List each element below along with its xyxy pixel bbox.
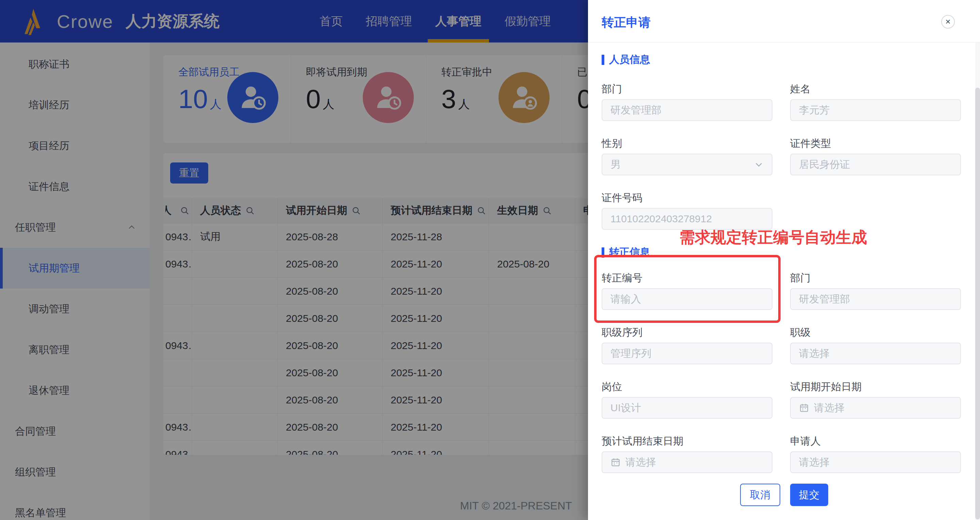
text-input: 研发管理部 xyxy=(601,99,772,121)
table-cell: 2025-11-28 xyxy=(382,223,489,250)
submit-button[interactable]: 提交 xyxy=(790,484,828,506)
sidebar-item-label: 退休管理 xyxy=(29,384,69,398)
table-cell: 2025-08-20 xyxy=(278,277,382,304)
table-cell: 2025-11-20 xyxy=(382,441,489,455)
nav-item-4[interactable]: 假勤管理 xyxy=(493,0,563,43)
table-cell: 0943… xyxy=(163,414,192,441)
nav-item-2[interactable]: 招聘管理 xyxy=(354,0,424,43)
crowe-mountain-icon xyxy=(19,7,48,36)
app-root: Crowe 人力资源系统 首页招聘管理人事管理假勤管理 职称证书培训经历项目经历… xyxy=(0,0,980,520)
text-input: 居民身份证 xyxy=(790,154,961,175)
input-value: 李元芳 xyxy=(799,103,830,117)
cancel-button[interactable]: 取消 xyxy=(740,484,780,506)
search-icon[interactable] xyxy=(180,206,190,216)
table-cell: 0943… xyxy=(163,332,192,359)
search-icon[interactable] xyxy=(245,206,255,216)
drawer-scrollbar-thumb[interactable] xyxy=(975,88,980,519)
text-input[interactable]: 请选择 xyxy=(790,342,961,364)
column-label: 预计试用结束日期 xyxy=(391,204,472,217)
field-申请人: 申请人请选择 xyxy=(790,434,961,473)
stat-cell-1[interactable]: 全部试用员工10人 xyxy=(163,55,291,143)
field-label: 姓名 xyxy=(790,82,961,96)
table-cell xyxy=(192,332,278,359)
field-label: 证件号码 xyxy=(601,191,772,205)
text-input: 研发管理部 xyxy=(790,288,961,310)
stat-cell-2[interactable]: 即将试用到期0人 xyxy=(291,55,426,143)
sidebar-item-3[interactable]: 项目经历 xyxy=(0,125,150,166)
search-icon[interactable] xyxy=(542,206,552,216)
sidebar-item-label: 黑名单管理 xyxy=(15,506,66,520)
date-input[interactable]: 请选择 xyxy=(601,451,772,473)
table-cell xyxy=(489,277,575,304)
reset-button[interactable]: 重置 xyxy=(170,162,208,184)
table-cell: 2025-08-20 xyxy=(278,414,382,441)
table-cell: 2025-08-20 xyxy=(278,387,382,413)
sidebar-item-12[interactable]: 黑名单管理 xyxy=(0,493,150,520)
table-header-cell-4: 预计试用结束日期 xyxy=(382,198,489,223)
text-input[interactable]: 请选择 xyxy=(790,451,961,473)
table-cell: 2025-08-20 xyxy=(278,332,382,359)
user-clock-icon xyxy=(227,72,278,123)
text-input: UI设计 xyxy=(601,397,772,419)
table-cell xyxy=(163,387,192,413)
section-person-info: 人员信息 xyxy=(601,53,650,67)
drawer-title: 转正申请 xyxy=(601,14,651,31)
table-cell: 2025-08-28 xyxy=(278,223,382,250)
table-cell: 2025-08-20 xyxy=(278,359,382,386)
sidebar-item-label: 培训经历 xyxy=(29,98,69,112)
column-label: 人员状态 xyxy=(200,204,241,217)
text-input: 管理序列 xyxy=(601,342,772,364)
sidebar-item-6[interactable]: 试用期管理 xyxy=(0,248,150,289)
nav-item-1[interactable]: 首页 xyxy=(308,0,354,43)
table-cell: 2025-11-20 xyxy=(382,359,489,386)
brand-logo: Crowe 人力资源系统 xyxy=(19,7,220,36)
search-icon[interactable] xyxy=(476,206,487,216)
table-cell xyxy=(163,305,192,332)
date-input[interactable]: 请选择 xyxy=(790,397,961,419)
sidebar-item-5[interactable]: 任职管理 xyxy=(0,207,150,248)
search-icon[interactable] xyxy=(351,206,361,216)
nav-item-3[interactable]: 人事管理 xyxy=(424,0,493,43)
sidebar-item-label: 任职管理 xyxy=(15,220,56,235)
table-cell: 2025-11-20 xyxy=(382,250,489,277)
chevron-down-icon xyxy=(754,160,764,169)
field-转正编号: 转正编号请输入 xyxy=(601,271,772,310)
close-icon[interactable]: ✕ xyxy=(941,15,955,29)
table-cell: 2025-08-20 xyxy=(489,250,575,277)
footer-license: MIT © 2021-PRESENT xyxy=(460,499,572,512)
field-职级序列: 职级序列管理序列 xyxy=(601,326,772,364)
drawer-header: 转正申请 ✕ xyxy=(588,0,980,43)
table-cell xyxy=(192,250,278,277)
stat-unit: 人 xyxy=(458,98,469,111)
sidebar-item-2[interactable]: 培训经历 xyxy=(0,85,150,125)
sidebar-item-10[interactable]: 合同管理 xyxy=(0,411,150,452)
table-cell xyxy=(192,387,278,413)
field-预计试用结束日期: 预计试用结束日期请选择 xyxy=(601,434,772,473)
table-cell: 2025-08-20 xyxy=(278,250,382,277)
sidebar-item-7[interactable]: 调动管理 xyxy=(0,289,150,329)
table-cell: 0943… xyxy=(163,223,192,250)
user-clock-icon xyxy=(363,72,414,123)
field-label: 部门 xyxy=(790,271,961,285)
column-label: 试用开始日期 xyxy=(286,204,347,217)
sidebar-item-1[interactable]: 职称证书 xyxy=(0,44,150,85)
input-placeholder: 请选择 xyxy=(814,401,845,415)
table-cell: 2025-11-20 xyxy=(382,332,489,359)
input-placeholder: 请选择 xyxy=(799,347,830,361)
table-cell xyxy=(192,441,278,455)
stat-cell-3[interactable]: 转正审批中3人 xyxy=(426,55,562,143)
sidebar-item-9[interactable]: 退休管理 xyxy=(0,370,150,411)
section-regular-info: 转正信息 xyxy=(601,246,650,259)
field-试用期开始日期: 试用期开始日期请选择 xyxy=(790,380,961,419)
table-cell xyxy=(192,359,278,386)
sidebar-item-11[interactable]: 组织管理 xyxy=(0,452,150,493)
stat-label: 全部试用员工 xyxy=(178,65,291,79)
table-cell: 0943… xyxy=(163,441,192,455)
field-label: 职级 xyxy=(790,326,961,339)
sidebar-item-label: 职称证书 xyxy=(29,57,69,71)
text-input[interactable]: 请输入 xyxy=(601,288,772,310)
sidebar-item-4[interactable]: 证件信息 xyxy=(0,166,150,207)
sidebar-item-8[interactable]: 离职管理 xyxy=(0,329,150,370)
field-label: 性别 xyxy=(601,136,772,151)
table-cell xyxy=(489,332,575,359)
